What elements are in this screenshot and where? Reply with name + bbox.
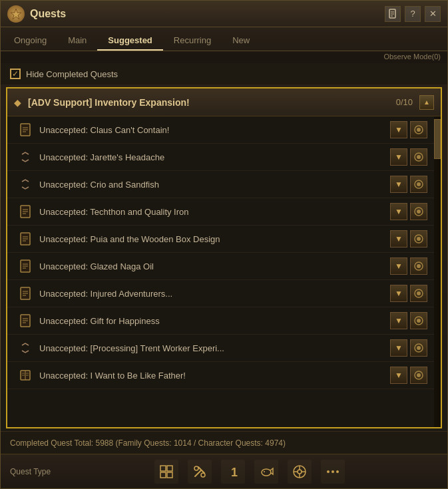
quest-bulletin-icon [18,286,33,301]
window-icon [7,5,25,23]
svg-point-72 [327,470,330,473]
quest-item-text: Unaccepted: Gift for Happiness [39,316,385,326]
quest-bulletin-icon [18,204,33,219]
toolbar-tools-button[interactable] [188,460,212,484]
quest-group-title: [ADV Support] Inventory Expansion! [28,97,396,108]
quest-scrollbar-thumb[interactable] [434,119,441,159]
list-item: Unaccepted: Techthon and Quality Iron ▼ [7,198,434,226]
quest-navigate-button[interactable] [410,230,427,247]
quest-item-text: Unaccepted: [Processing] Trent Worker Ex… [39,343,385,353]
quest-item-text: Unaccepted: Puia and the Wooden Box Desi… [39,234,385,244]
quest-dropdown-button[interactable]: ▼ [390,257,407,275]
tab-new[interactable]: New [222,31,260,51]
tab-bar: Ongoing Main Suggested Recurring New [1,27,447,51]
checkbox-check-icon: ✓ [12,70,19,78]
document-button[interactable] [385,6,401,22]
quest-dropdown-button[interactable]: ▼ [390,367,407,384]
quest-bulletin-icon [18,259,33,273]
quest-item-text: Unaccepted: Techthon and Quality Iron [39,207,385,217]
quest-actions: ▼ [390,339,427,357]
svg-point-46 [417,346,421,350]
quest-dropdown-button[interactable]: ▼ [390,312,407,329]
svg-point-10 [417,128,421,132]
toolbar-grid-button[interactable] [154,460,178,484]
hide-completed-checkbox[interactable]: ✓ [10,69,21,79]
status-text: Completed Quest Total: 5988 (Family Ques… [10,438,286,448]
svg-point-26 [417,237,421,241]
quest-bulletin-icon [18,313,33,328]
tab-recurring[interactable]: Recurring [163,31,222,51]
quest-dropdown-button[interactable]: ▼ [390,176,407,193]
toolbar-label: Quest Type [10,467,51,476]
quest-navigate-button[interactable] [410,148,427,166]
quest-item-text: Unaccepted: Jarette's Headache [39,152,385,162]
hide-completed-label: Hide Completed Quests [26,69,118,79]
quest-actions: ▼ [390,230,427,247]
list-item: Unaccepted: Jarette's Headache ▼ [7,144,434,171]
quest-item-text: Unaccepted: Crio and Sandfish [39,180,385,190]
quest-actions: ▼ [390,148,427,166]
toolbar-more-button[interactable] [321,460,345,484]
list-item: Unaccepted: I Want to Be Like Father! ▼ [7,362,434,389]
quest-item-text: Unaccepted: I Want to Be Like Father! [39,371,385,381]
svg-point-74 [336,470,339,473]
close-button[interactable]: ✕ [425,6,441,22]
quest-list: Unaccepted: Claus Can't Contain! ▼ Unacc… [7,116,434,427]
quest-navigate-button[interactable] [410,367,427,384]
quest-dropdown-button[interactable]: ▼ [390,121,407,138]
svg-point-54 [417,373,421,377]
title-buttons: ? ✕ [385,6,441,22]
tab-main[interactable]: Main [57,31,97,51]
quest-dropdown-button[interactable]: ▼ [390,148,407,166]
toolbar-fish-button[interactable] [254,460,278,484]
svg-rect-57 [160,472,166,478]
list-item: Unaccepted: Puia and the Wooden Box Desi… [7,226,434,253]
quest-bulletin-icon [18,122,33,137]
list-item: Unaccepted: Gift for Happiness ▼ [7,307,434,335]
svg-line-59 [195,470,201,476]
quest-navigate-button[interactable] [410,312,427,329]
svg-point-64 [262,469,271,476]
hide-completed-row: ✓ Hide Completed Quests [1,63,447,84]
svg-point-12 [417,155,421,159]
quest-navigate-button[interactable] [410,203,427,220]
observe-mode-bar: Observe Mode(0) [1,51,447,63]
tab-suggested[interactable]: Suggested [97,31,162,51]
svg-point-61 [194,466,198,470]
svg-point-73 [332,470,334,473]
toolbar-icons: 1 [61,460,438,484]
quest-arrow-icon [18,177,33,192]
quest-dropdown-button[interactable]: ▼ [390,339,407,357]
quest-dropdown-button[interactable]: ▼ [390,285,407,302]
svg-text:1: 1 [231,466,238,479]
quest-actions: ▼ [390,203,427,220]
collapse-button[interactable]: ▲ [419,95,434,110]
svg-marker-0 [11,9,21,19]
quest-navigate-button[interactable] [410,176,427,193]
svg-point-62 [201,473,205,477]
quest-navigate-button[interactable] [410,339,427,357]
quest-item-text: Unaccepted: Injured Adventurers... [39,289,385,299]
quest-navigate-button[interactable] [410,121,427,138]
quest-group-count: 0/10 [396,97,413,107]
quest-actions: ▼ [390,312,427,329]
title-bar: Quests ? ✕ [1,1,447,27]
toolbar-wheel-button[interactable] [288,460,312,484]
help-button[interactable]: ? [405,6,421,22]
tab-ongoing[interactable]: Ongoing [3,31,57,51]
quest-item-text: Unaccepted: Glazed Naga Oil [39,261,385,271]
svg-point-32 [417,264,421,268]
quest-actions: ▼ [390,367,427,384]
quest-group-header[interactable]: ◆ [ADV Support] Inventory Expansion! 0/1… [7,88,441,116]
quest-dropdown-button[interactable]: ▼ [390,203,407,220]
quest-actions: ▼ [390,121,427,138]
quest-navigate-button[interactable] [410,257,427,275]
quest-bulletin-icon [18,232,33,246]
quest-scrollbar[interactable] [434,116,441,427]
toolbar-level-button[interactable]: 1 [221,460,245,484]
quest-navigate-button[interactable] [410,285,427,302]
list-item: Unaccepted: Claus Can't Contain! ▼ [7,116,434,144]
list-item: Unaccepted: [Processing] Trent Worker Ex… [7,335,434,362]
quest-arrow-icon [18,150,33,164]
quest-dropdown-button[interactable]: ▼ [390,230,407,247]
